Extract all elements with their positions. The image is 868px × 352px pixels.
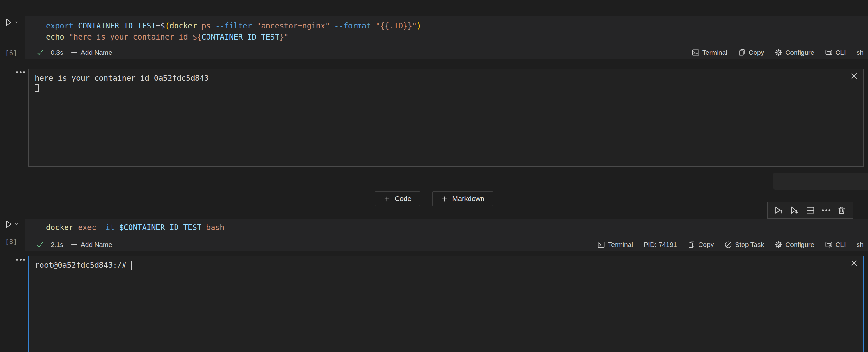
cell-status-left: 0.3s Add Name	[36, 49, 112, 56]
action-label: CLI	[835, 241, 846, 249]
terminal-action[interactable]: Terminal	[597, 241, 633, 249]
terminal-action[interactable]: Terminal	[692, 49, 727, 56]
execution-duration: 2.1s	[51, 241, 63, 249]
close-icon[interactable]	[850, 72, 858, 80]
configure-action[interactable]: Configure	[775, 241, 814, 249]
code-line: echo "here is your container id ${CONTAI…	[46, 32, 868, 43]
plus-icon	[70, 241, 78, 249]
action-label: Terminal	[702, 49, 727, 56]
action-label: PID: 74191	[644, 241, 677, 249]
success-check-icon	[36, 241, 44, 249]
output-menu-ellipsis[interactable]	[15, 70, 26, 74]
action-label: Copy	[749, 49, 764, 56]
run-above-icon[interactable]	[774, 205, 784, 215]
gear-icon	[775, 49, 782, 56]
chevron-down-icon[interactable]	[14, 222, 19, 227]
configure-action[interactable]: Configure	[775, 49, 814, 56]
run-cell-button[interactable]	[4, 18, 19, 26]
terminal-output[interactable]: here is your container id 0a52fdc5d843	[28, 69, 864, 167]
terminal-cursor	[131, 261, 132, 270]
terminal-icon	[597, 241, 605, 249]
close-icon[interactable]	[850, 259, 858, 267]
hover-highlight	[773, 172, 868, 190]
cli-action[interactable]: CLI	[825, 49, 846, 56]
cli-icon	[825, 241, 833, 249]
copy-action[interactable]: Copy	[738, 49, 764, 56]
add-name-label: Add Name	[81, 241, 112, 249]
gear-icon	[775, 241, 782, 249]
insert-cell-bar: Code Markdown	[0, 191, 868, 206]
play-icon[interactable]	[4, 220, 13, 228]
add-code-cell-button[interactable]: Code	[375, 191, 421, 206]
add-name-label: Add Name	[81, 49, 112, 56]
cell-status-left: 2.1s Add Name	[36, 241, 112, 249]
terminal-output-text: root@0a52fdc5d843:/#	[35, 261, 131, 270]
shell-language-label[interactable]: sh	[857, 49, 864, 56]
add-markdown-cell-button[interactable]: Markdown	[432, 191, 493, 206]
code-cell: export CONTAINER_ID_TEST=$(docker ps --f…	[25, 17, 868, 59]
cell-status-bar: 2.1s Add Name TerminalPID: 74191CopyStop…	[25, 238, 868, 251]
add-name-button[interactable]: Add Name	[70, 241, 112, 249]
cell-status-actions: TerminalCopyConfigureCLI sh	[692, 49, 864, 56]
run-below-icon[interactable]	[790, 205, 799, 215]
copy-icon	[688, 241, 695, 249]
plus-icon	[441, 196, 448, 202]
code-editor[interactable]: docker exec -it $CONTAINER_ID_TEST bash	[25, 219, 868, 238]
action-label: Configure	[785, 49, 814, 56]
add-name-button[interactable]: Add Name	[70, 49, 112, 56]
copy-action[interactable]: Copy	[688, 241, 714, 249]
action-label: Stop Task	[735, 241, 764, 249]
cli-action[interactable]: CLI	[825, 241, 846, 249]
code-line: export CONTAINER_ID_TEST=$(docker ps --f…	[46, 21, 868, 32]
code-cell: docker exec -it $CONTAINER_ID_TEST bash …	[25, 219, 868, 251]
action-label: Copy	[698, 241, 714, 249]
code-editor[interactable]: export CONTAINER_ID_TEST=$(docker ps --f…	[25, 17, 868, 46]
cell-toolbar	[767, 202, 854, 219]
notebook-editor: { "colors": { "page_bg": "#1e1e1e", "cel…	[0, 0, 868, 352]
action-label: Terminal	[608, 241, 633, 249]
ellipsis-icon[interactable]	[822, 205, 831, 215]
add-markdown-label: Markdown	[453, 195, 484, 203]
plus-icon	[70, 49, 78, 56]
execution-count: [6]	[5, 50, 17, 57]
stop-task-action[interactable]: Stop Task	[724, 241, 764, 249]
action-label: Configure	[785, 241, 814, 249]
action-label: CLI	[835, 49, 846, 56]
plus-icon	[384, 196, 390, 202]
output-menu-ellipsis[interactable]	[15, 258, 26, 261]
stop-icon	[724, 241, 732, 249]
chevron-down-icon[interactable]	[14, 20, 19, 25]
terminal-icon	[692, 49, 700, 56]
execution-count: [8]	[5, 238, 17, 246]
run-cell-button[interactable]	[4, 220, 19, 228]
pid-74191-action[interactable]: PID: 74191	[644, 241, 677, 249]
play-icon[interactable]	[4, 18, 13, 26]
terminal-output-focused[interactable]: root@0a52fdc5d843:/#	[28, 256, 864, 352]
shell-language-label[interactable]: sh	[857, 241, 864, 249]
success-check-icon	[36, 49, 44, 56]
cli-icon	[825, 49, 833, 56]
trash-icon[interactable]	[837, 205, 846, 215]
cell-status-actions: TerminalPID: 74191CopyStop TaskConfigure…	[597, 241, 864, 249]
split-cell-icon[interactable]	[806, 205, 815, 215]
terminal-output-text: here is your container id 0a52fdc5d843	[35, 73, 857, 83]
terminal-cursor	[35, 84, 39, 92]
copy-icon	[738, 49, 746, 56]
execution-duration: 0.3s	[51, 49, 63, 56]
add-code-label: Code	[395, 195, 411, 203]
cell-status-bar: 0.3s Add Name TerminalCopyConfigureCLI s…	[25, 46, 868, 59]
terminal-prompt-line: root@0a52fdc5d843:/#	[35, 260, 857, 270]
code-line: docker exec -it $CONTAINER_ID_TEST bash	[46, 222, 868, 233]
